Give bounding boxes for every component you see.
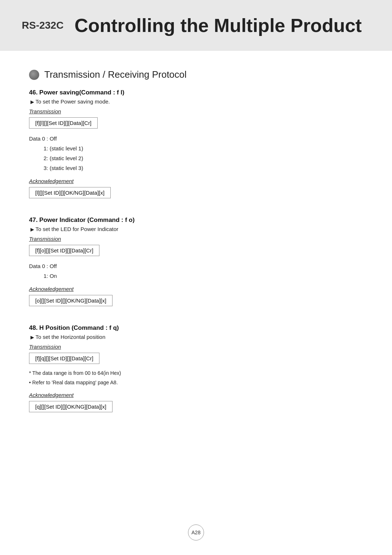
- data-item: 1: On: [44, 271, 363, 281]
- section-heading: Transmission / Receiving Protocol: [29, 69, 363, 80]
- command-48-transmission-code: [f][q][][Set ID][][Data][Cr]: [29, 353, 99, 364]
- command-46-desc: To set the Power saving mode.: [29, 98, 363, 105]
- command-47-block: 47. Power Indicator (Command : f o) To s…: [29, 216, 363, 311]
- command-48-block: 48. H Position (Command : f q) To set th…: [29, 324, 363, 417]
- page-number: A28: [188, 524, 204, 540]
- data-item: Data 0 : Off: [29, 261, 363, 271]
- data-item: Data 0 : Off: [29, 134, 363, 143]
- command-46-title: 46. Power saving(Command : f l): [29, 89, 363, 96]
- command-46-data-list: Data 0 : Off 1: (static level 1) 2: (sta…: [29, 134, 363, 173]
- command-46-transmission-label: Transmission: [29, 108, 363, 114]
- command-46-ack-code: [l][][Set ID][][OK/NG][Data][x]: [29, 187, 111, 198]
- command-48-desc: To set the Horizontal position: [29, 334, 363, 340]
- note-item: * The data range is from 00 to 64(in Hex…: [29, 369, 363, 377]
- command-47-desc: To set the LED for Power Indicator: [29, 226, 363, 232]
- section-icon: [29, 70, 39, 80]
- command-46-block: 46. Power saving(Command : f l) To set t…: [29, 89, 363, 203]
- data-item: 1: (static level 1): [44, 143, 363, 153]
- command-48-transmission-label: Transmission: [29, 344, 363, 350]
- command-47-data-list: Data 0 : Off 1: On: [29, 261, 363, 281]
- data-item: 2: (static level 2): [44, 153, 363, 163]
- command-48-title: 48. H Position (Command : f q): [29, 324, 363, 332]
- command-47-title: 47. Power Indicator (Command : f o): [29, 216, 363, 224]
- data-item: 3: (static level 3): [44, 163, 363, 173]
- command-48-ack-code: [q][][Set ID][][OK/NG][Data][x]: [29, 401, 113, 412]
- page-header: RS-232C Controlling the Multiple Product: [0, 0, 392, 51]
- command-46-transmission-code: [f][l][][Set ID][][Data][Cr]: [29, 117, 98, 129]
- command-47-transmission-code: [f][o][][Set ID][][Data][Cr]: [29, 245, 99, 256]
- section-heading-text: Transmission / Receiving Protocol: [44, 69, 187, 80]
- note-item: • Refer to 'Real data mapping' page A8.: [29, 378, 363, 386]
- command-46-ack-label: Acknowledgement: [29, 178, 363, 184]
- command-47-ack-code: [o][][Set ID][][OK/NG][Data][x]: [29, 295, 113, 306]
- command-48-notes: * The data range is from 00 to 64(in Hex…: [29, 369, 363, 387]
- page-content: Transmission / Receiving Protocol 46. Po…: [0, 69, 392, 459]
- page-title: Controlling the Multiple Product: [74, 15, 362, 36]
- command-47-ack-label: Acknowledgement: [29, 286, 363, 292]
- command-48-ack-label: Acknowledgement: [29, 392, 363, 398]
- command-47-transmission-label: Transmission: [29, 236, 363, 242]
- page-wrapper: RS-232C Controlling the Multiple Product…: [0, 0, 392, 555]
- rs-label: RS-232C: [22, 20, 64, 31]
